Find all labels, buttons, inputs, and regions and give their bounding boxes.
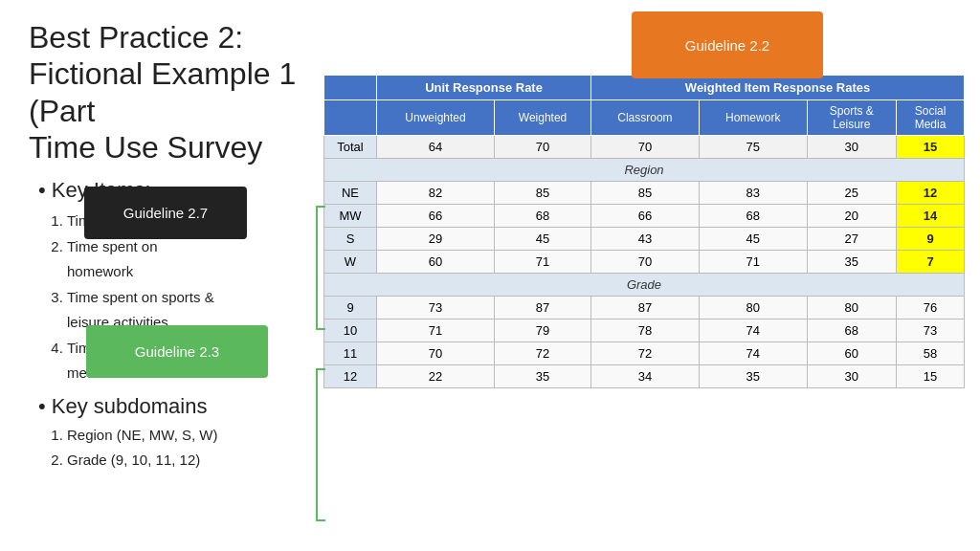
subdomains-section: • Key subdomains Region (NE, MW, S, W) G… (38, 394, 325, 472)
table-row-w: W 60 71 70 71 35 7 (324, 251, 965, 274)
cell-total-classroom: 70 (591, 136, 700, 159)
bracket-grade (316, 368, 325, 521)
table-header-row-2: Unweighted Weighted Classroom Homework S… (324, 100, 965, 136)
col-social-media: SocialMedia (897, 100, 965, 136)
cell-total-unweighted: 64 (377, 136, 495, 159)
cell-total-sports: 30 (807, 136, 897, 159)
guideline-27-box: Guideline 2.7 (84, 187, 247, 239)
table-row-s: S 29 45 43 45 27 9 (324, 228, 965, 251)
table-header-row-1: Unit Response Rate Weighted Item Respons… (324, 76, 965, 100)
weighted-item-response-header: Weighted Item Response Rates (591, 76, 965, 100)
cell-total-homework: 75 (699, 136, 807, 159)
grade-header: Grade (324, 274, 965, 297)
page-title: Best Practice 2: Fictional Example 1 (Pa… (29, 19, 325, 166)
table-row-g11: 11 70 72 72 74 60 58 (324, 342, 965, 365)
bracket-region (316, 206, 325, 330)
label-ne: NE (324, 182, 377, 205)
table-section-grade: Grade (324, 274, 965, 297)
list-item: Time spent onhomework (67, 234, 325, 283)
label-s: S (324, 228, 377, 251)
subdomains-list: Region (NE, MW, S, W) Grade (9, 10, 11, … (67, 423, 325, 472)
table-row-g10: 10 71 79 78 74 68 73 (324, 320, 965, 342)
table-row-total: Total 64 70 70 75 30 15 (324, 136, 965, 159)
col-sports-leisure: Sports &Leisure (807, 100, 897, 136)
table-row-g9: 9 73 87 87 80 80 76 (324, 297, 965, 320)
col-weighted: Weighted (494, 100, 590, 136)
table-row-ne: NE 82 85 85 83 25 12 (324, 182, 965, 205)
col-classroom: Classroom (591, 100, 700, 136)
table-row-g12: 12 22 35 34 35 30 15 (324, 365, 965, 388)
label-mw: MW (324, 205, 377, 228)
label-g12: 12 (324, 365, 377, 388)
col-unweighted: Unweighted (377, 100, 495, 136)
left-content: Best Practice 2: Fictional Example 1 (Pa… (29, 19, 325, 472)
table-section-region: Region (324, 159, 965, 182)
col-empty (324, 100, 377, 136)
data-table-wrapper: Unit Response Rate Weighted Item Respons… (323, 75, 965, 388)
label-w: W (324, 251, 377, 274)
label-g10: 10 (324, 320, 377, 342)
list-item: Grade (9, 10, 11, 12) (67, 448, 325, 473)
cell-total-weighted: 70 (494, 136, 590, 159)
subdomains-heading: • Key subdomains (38, 394, 325, 419)
page-container: Best Practice 2: Fictional Example 1 (Pa… (0, 0, 980, 551)
region-header: Region (324, 159, 965, 182)
response-rate-table: Unit Response Rate Weighted Item Respons… (323, 75, 965, 388)
guideline-22-box: Guideline 2.2 (632, 11, 823, 78)
cell-total-social: 15 (897, 136, 965, 159)
unit-response-rate-header: Unit Response Rate (377, 76, 591, 100)
label-total: Total (324, 136, 377, 159)
guideline-23-box: Guideline 2.3 (86, 325, 268, 378)
list-item: Region (NE, MW, S, W) (67, 423, 325, 448)
col-homework: Homework (699, 100, 807, 136)
label-g9: 9 (324, 297, 377, 320)
empty-header (324, 76, 377, 100)
table-row-mw: MW 66 68 66 68 20 14 (324, 205, 965, 228)
label-g11: 11 (324, 342, 377, 365)
